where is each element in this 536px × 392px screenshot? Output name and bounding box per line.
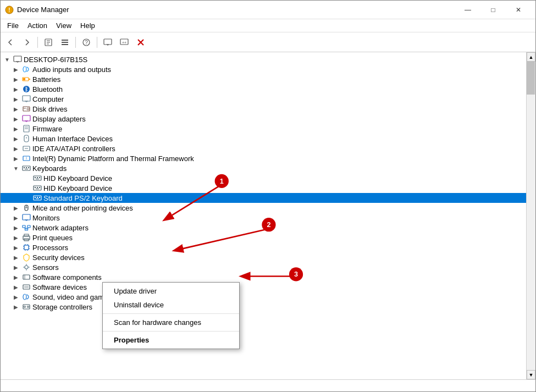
firmware-label: Firmware	[32, 125, 62, 133]
menu-view[interactable]: View	[52, 20, 76, 31]
monitors-expand-icon[interactable]: ▶	[12, 213, 20, 222]
tree-item-firmware[interactable]: ▶ Firmware	[1, 124, 526, 134]
tree-item-software-components[interactable]: ▶ Software components	[1, 272, 526, 282]
toolbar-sep-1	[37, 37, 38, 48]
sensors-icon	[22, 263, 31, 272]
sound-expand-icon[interactable]: ▶	[12, 292, 20, 301]
audio-expand-icon[interactable]: ▶	[12, 65, 20, 74]
security-icon	[22, 253, 31, 262]
vertical-scrollbar[interactable]: ▲ ▼	[526, 52, 535, 379]
intel-expand-icon[interactable]: ▶	[12, 154, 20, 163]
tree-item-hid-keyboard-1[interactable]: ▶ HID Keyboard Device	[1, 173, 526, 183]
disk-label: Disk drives	[32, 105, 68, 113]
processors-icon	[22, 243, 31, 252]
monitor-button[interactable]	[100, 35, 115, 49]
network-expand-icon[interactable]: ▶	[12, 223, 20, 232]
window-title: Device Manager	[17, 5, 455, 14]
batteries-expand-icon[interactable]: ▶	[12, 75, 20, 84]
tree-root[interactable]: ▼ DESKTOP-6I7B15S	[1, 54, 526, 64]
svg-rect-71	[23, 225, 25, 228]
mice-label: Mice and other pointing devices	[32, 204, 133, 212]
scrollbar-up-button[interactable]: ▲	[527, 52, 535, 62]
svg-point-97	[23, 294, 26, 300]
software-devices-label: Software devices	[32, 283, 87, 291]
hid-icon	[22, 134, 31, 143]
menu-action[interactable]: Action	[23, 20, 52, 31]
tree-item-display[interactable]: ▶ Display adapters	[1, 114, 526, 124]
processors-expand-icon[interactable]: ▶	[12, 243, 20, 252]
scan-button[interactable]: ++	[117, 35, 132, 49]
tree-item-disk[interactable]: ▶ Disk drives	[1, 104, 526, 114]
root-label: DESKTOP-6I7B15S	[24, 56, 87, 64]
computer-expand-icon[interactable]: ▶	[12, 95, 20, 103]
sensors-label: Sensors	[32, 263, 59, 272]
scrollbar-track[interactable]	[527, 62, 535, 370]
device-tree[interactable]: ▼ DESKTOP-6I7B15S ▶ Audio inputs and out…	[1, 52, 526, 379]
svg-rect-53	[39, 177, 40, 178]
tree-item-print[interactable]: ▶ Print queues	[1, 233, 526, 242]
context-menu-update-driver[interactable]: Update driver	[103, 284, 239, 298]
minimize-button[interactable]: —	[455, 1, 480, 19]
sensors-expand-icon[interactable]: ▶	[12, 263, 20, 272]
software-components-expand-icon[interactable]: ▶	[12, 273, 20, 281]
keyboards-expand-icon[interactable]: ▼	[12, 164, 20, 173]
svg-rect-23	[29, 79, 30, 80]
root-expand-icon[interactable]: ▼	[3, 55, 12, 64]
context-menu-uninstall-device[interactable]: Uninstall device	[103, 298, 239, 312]
bluetooth-label: Bluetooth	[32, 85, 63, 93]
menu-file[interactable]: File	[3, 20, 23, 31]
security-expand-icon[interactable]: ▶	[12, 253, 20, 262]
mice-expand-icon[interactable]: ▶	[12, 203, 20, 212]
app-icon: !	[5, 5, 14, 14]
forward-button[interactable]	[19, 35, 35, 49]
tree-item-hid-keyboard-2[interactable]: ▶ HID Keyboard Device	[1, 183, 526, 193]
display-label: Display adapters	[32, 115, 86, 123]
tree-item-software-devices[interactable]: ▶ Software devices	[1, 282, 526, 292]
disk-expand-icon[interactable]: ▶	[12, 104, 20, 113]
ide-expand-icon[interactable]: ▶	[12, 144, 20, 153]
remove-button[interactable]	[133, 35, 148, 49]
firmware-expand-icon[interactable]: ▶	[12, 124, 20, 133]
hid-expand-icon[interactable]: ▶	[12, 134, 20, 143]
tree-item-audio[interactable]: ▶ Audio inputs and outputs	[1, 64, 526, 74]
display-expand-icon[interactable]: ▶	[12, 114, 20, 123]
tree-item-intel[interactable]: ▶ i Intel(R) Dynamic Platform and Therma…	[1, 153, 526, 163]
tree-item-batteries[interactable]: ▶ Batteries	[1, 74, 526, 84]
tree-item-sound[interactable]: ▶ Sound, video and game controllers	[1, 292, 526, 302]
tree-item-sensors[interactable]: ▶ Sensors	[1, 262, 526, 272]
tree-item-standard-keyboard[interactable]: ▶ Standard PS/2 Keyboard	[1, 193, 526, 203]
storage-expand-icon[interactable]: ▶	[12, 302, 20, 311]
svg-rect-72	[27, 225, 30, 228]
tree-item-processors[interactable]: ▶ Processors	[1, 242, 526, 252]
help-toolbar-button[interactable]: ?	[79, 35, 94, 49]
tree-item-computer[interactable]: ▶ Computer	[1, 94, 526, 104]
svg-point-21	[23, 67, 26, 72]
software-devices-expand-icon[interactable]: ▶	[12, 283, 20, 291]
tree-item-bluetooth[interactable]: ▶ ᛒ Bluetooth	[1, 84, 526, 94]
ide-label: IDE ATA/ATAPI controllers	[32, 145, 115, 153]
context-menu-properties[interactable]: Properties	[103, 333, 239, 347]
back-button[interactable]	[3, 35, 18, 49]
tree-item-storage[interactable]: ▶ Storage controllers	[1, 302, 526, 312]
maximize-button[interactable]: □	[480, 1, 506, 19]
tree-item-hid[interactable]: ▶ Human Interface Devices	[1, 134, 526, 143]
bluetooth-expand-icon[interactable]: ▶	[12, 85, 20, 93]
standard-keyboard-icon	[33, 194, 42, 202]
list-view-button[interactable]	[57, 35, 73, 49]
properties-toolbar-button[interactable]	[41, 35, 56, 49]
context-menu-scan-hardware[interactable]: Scan for hardware changes	[103, 316, 239, 329]
scrollbar-thumb[interactable]	[527, 62, 535, 95]
tree-item-ide[interactable]: ▶ IDE ATA/ATAPI controllers	[1, 143, 526, 153]
tree-item-monitors[interactable]: ▶ Monitors	[1, 213, 526, 223]
tree-item-network[interactable]: ▶ Network adapters	[1, 223, 526, 233]
context-menu-sep-2	[103, 331, 239, 332]
tree-item-keyboards[interactable]: ▼ Keyboards	[1, 163, 526, 173]
keyboards-icon	[22, 164, 31, 173]
tree-item-security[interactable]: ▶ Security devices	[1, 252, 526, 262]
scrollbar-down-button[interactable]: ▼	[527, 370, 535, 379]
tree-item-mice[interactable]: ▶ Mice and other pointing devices	[1, 203, 526, 213]
menu-help[interactable]: Help	[76, 20, 100, 31]
print-expand-icon[interactable]: ▶	[12, 233, 20, 242]
close-button[interactable]: ✕	[506, 1, 531, 19]
hid-keyboard-1-label: HID Keyboard Device	[43, 174, 112, 183]
